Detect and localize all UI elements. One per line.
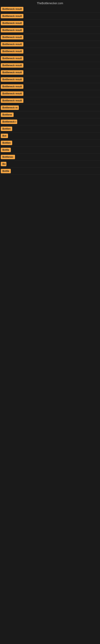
bottleneck-badge[interactable]: Bottleneck result — [1, 98, 23, 103]
result-row: Bottleneck result — [0, 48, 100, 55]
result-row: Bottle — [0, 168, 100, 175]
bottleneck-badge[interactable]: Bottlen — [1, 126, 12, 131]
bottleneck-badge[interactable]: Bottleneck result — [1, 77, 23, 82]
result-row: Bottleneck result — [0, 41, 100, 48]
result-row: Bottleneck result — [0, 97, 100, 104]
bottleneck-badge[interactable]: Bottleneck result — [1, 49, 23, 54]
result-row: Bottleneck result — [0, 69, 100, 76]
bottleneck-badge[interactable]: Bottleneck r — [1, 120, 17, 124]
page-wrapper: TheBottlenecker.com Bottleneck resultBot… — [0, 0, 100, 175]
result-row: Bottleneck result — [0, 27, 100, 34]
bottleneck-badge[interactable]: Bo — [1, 162, 6, 166]
result-row: Bottlene — [0, 111, 100, 118]
bottleneck-badge[interactable]: Bottleneck result — [1, 63, 23, 68]
bottleneck-badge[interactable]: Bottleneck result — [1, 7, 23, 11]
bottleneck-badge[interactable]: Bottleneck result — [1, 84, 23, 89]
result-row: Bottleneck result — [0, 20, 100, 27]
bottleneck-badge[interactable]: Bottleneck result — [1, 70, 23, 75]
result-row: Bottleneck r — [0, 118, 100, 126]
result-row: Bottlenec — [0, 154, 100, 160]
site-title: TheBottlenecker.com — [37, 2, 63, 5]
bottleneck-badge[interactable]: Bottle — [1, 169, 11, 173]
bottleneck-badge[interactable]: Bottleneck result — [1, 14, 23, 18]
result-row: Bottleneck re — [0, 104, 100, 111]
result-row: Bottleneck result — [0, 90, 100, 97]
result-row: Bottleneck result — [0, 76, 100, 83]
bottleneck-badge[interactable]: Bottleneck result — [1, 28, 23, 32]
bottleneck-badge[interactable]: Bottleneck result — [1, 42, 23, 46]
bottleneck-badge[interactable]: Bottlen — [1, 141, 12, 145]
bottleneck-badge[interactable]: Bot — [1, 134, 8, 138]
results-list: Bottleneck resultBottleneck resultBottle… — [0, 6, 100, 175]
result-row: Bottleneck result — [0, 55, 100, 62]
result-row: Bottle — [0, 146, 100, 154]
bottleneck-badge[interactable]: Bottleneck result — [1, 91, 23, 96]
result-row: Bot — [0, 132, 100, 140]
result-row: Bottleneck result — [0, 62, 100, 69]
bottleneck-badge[interactable]: Bottleneck result — [1, 21, 23, 25]
result-row: Bottleneck result — [0, 6, 100, 13]
bottleneck-badge[interactable]: Bottleneck result — [1, 35, 23, 40]
bottleneck-badge[interactable]: Bottleneck re — [1, 106, 19, 110]
result-row: Bottleneck result — [0, 34, 100, 41]
bottleneck-badge[interactable]: Bottlenec — [1, 155, 15, 159]
result-row: Bo — [0, 160, 100, 168]
bottleneck-badge[interactable]: Bottlene — [1, 112, 14, 117]
site-header: TheBottlenecker.com — [0, 0, 100, 6]
bottleneck-badge[interactable]: Bottle — [1, 148, 11, 152]
result-row: Bottlen — [0, 140, 100, 146]
result-row: Bottlen — [0, 126, 100, 132]
result-row: Bottleneck result — [0, 13, 100, 20]
result-row: Bottleneck result — [0, 83, 100, 90]
bottleneck-badge[interactable]: Bottleneck result — [1, 56, 23, 60]
